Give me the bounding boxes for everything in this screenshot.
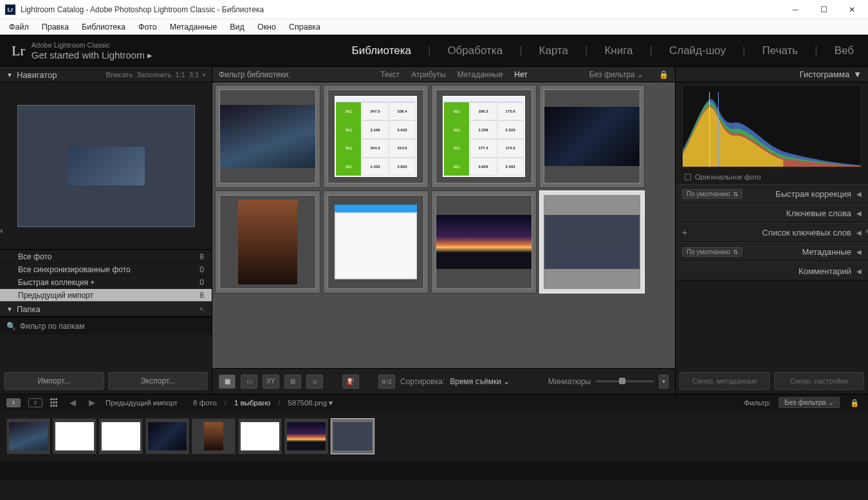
import-button[interactable]: Импорт... — [4, 372, 104, 390]
catalog-quick-collection[interactable]: Быстрая коллекция +0 — [0, 275, 212, 288]
menu-view[interactable]: Вид — [225, 21, 250, 33]
grid-cell[interactable]: SEQ347.5336.4SEQ3.1692.633SEQ344.3314.6S… — [323, 85, 429, 188]
folders-add-icon[interactable]: +. — [199, 305, 205, 313]
folder-filter[interactable]: 🔍 Фильтр по папкам — [0, 317, 212, 335]
filmstrip-cell[interactable] — [53, 418, 97, 454]
filter-none[interactable]: Нет — [514, 70, 527, 79]
app-icon: Lr — [5, 5, 15, 15]
folders-header[interactable]: ▼ Папка +. — [0, 301, 212, 317]
nav-fill[interactable]: Заполнить — [136, 71, 171, 79]
left-collapse-handle[interactable]: ◂ — [0, 67, 4, 394]
grid-cell[interactable] — [215, 85, 320, 188]
module-web[interactable]: Веб — [832, 44, 856, 57]
tagline[interactable]: Get started with Lightroom ▸ — [32, 50, 152, 60]
next-arrow-icon[interactable]: ▶ — [86, 398, 98, 407]
menu-window[interactable]: Окно — [252, 21, 281, 33]
grid-cell[interactable] — [215, 190, 320, 293]
navigator-header[interactable]: ▼ Навигатор Вписать Заполнить 1:1 3:1 ▾ — [0, 67, 212, 82]
menu-file[interactable]: Файл — [4, 21, 34, 33]
thumb-size-slider[interactable] — [596, 380, 654, 382]
menu-metadata[interactable]: Метаданные — [165, 21, 223, 33]
filter-preset[interactable]: Без фильтра ⌄ — [589, 70, 643, 79]
catalog-synced[interactable]: Все синхронизированные фото0 — [0, 263, 212, 275]
folder-filter-input[interactable]: Фильтр по папкам — [20, 322, 205, 331]
sync-settings-button[interactable]: Синхр. настройки — [774, 372, 865, 390]
filter-metadata[interactable]: Метаданные — [457, 70, 503, 79]
nav-zoom-more[interactable]: ▾ — [203, 72, 205, 78]
toolbar-menu[interactable]: ▾ — [659, 375, 669, 389]
metadata-header[interactable]: По умолчанию ⇅ Метаданные◀ — [676, 242, 868, 261]
module-library[interactable]: Библиотека — [349, 44, 414, 57]
prev-arrow-icon[interactable]: ◀ — [67, 398, 78, 407]
sort-label: Сортировка: — [400, 377, 445, 386]
plus-icon[interactable]: + — [682, 227, 687, 237]
export-button[interactable]: Экспорт... — [108, 372, 208, 390]
maximize-button[interactable]: ☐ — [815, 3, 832, 16]
histogram[interactable] — [682, 85, 862, 167]
grid-cell[interactable]: SEQ180.3175.6SEQ2.2582.323SEQ177.4174.3S… — [431, 85, 537, 188]
menu-edit[interactable]: Правка — [37, 21, 74, 33]
main-screen-toggle[interactable]: 1 — [6, 398, 21, 407]
nav-1to1[interactable]: 1:1 — [175, 71, 185, 79]
filmstrip-source[interactable]: Предыдущий импорт — [106, 399, 178, 407]
quick-develop-header[interactable]: По умолчанию ⇅ Быстрая коррекция◀ — [676, 184, 868, 203]
view-loupe-icon[interactable]: ▭ — [241, 375, 257, 389]
module-map[interactable]: Карта — [537, 44, 571, 57]
view-people-icon[interactable]: ☺ — [306, 375, 323, 389]
filmstrip-cell-selected[interactable] — [331, 418, 374, 454]
module-print[interactable]: Печать — [760, 44, 801, 57]
filmstrip[interactable] — [0, 411, 868, 462]
sort-value[interactable]: Время съёмки ⌄ — [450, 377, 510, 386]
minimize-button[interactable]: ─ — [787, 3, 804, 16]
filmstrip-cell[interactable] — [238, 418, 282, 454]
sort-direction-icon[interactable]: a↕z — [378, 375, 395, 389]
original-photo-toggle[interactable]: Оригинальное фото — [676, 170, 868, 184]
lock-icon[interactable]: 🔒 — [659, 70, 669, 79]
grid-toolbar: ▦ ▭ XY ⊞ ☺ ⛽ a↕z Сортировка: Время съёмк… — [212, 368, 675, 394]
module-book[interactable]: Книга — [602, 44, 635, 57]
comments-header[interactable]: Комментарий◀ — [676, 261, 868, 281]
keyword-list-header[interactable]: + Список ключевых слов◀ — [676, 223, 868, 242]
right-collapse-handle[interactable]: ▸ — [864, 67, 868, 394]
filmstrip-cell[interactable] — [99, 418, 143, 454]
close-button[interactable]: ✕ — [844, 3, 860, 16]
module-develop[interactable]: Обработка — [445, 44, 505, 57]
filter-attributes[interactable]: Атрибуты — [411, 70, 445, 79]
filmstrip-cell[interactable] — [145, 418, 189, 454]
filmstrip-file[interactable]: 587508.png ▾ — [288, 398, 333, 407]
grid-cell[interactable] — [431, 190, 537, 293]
preset-default[interactable]: По умолчанию ⇅ — [682, 189, 743, 199]
menu-library[interactable]: Библиотека — [77, 21, 131, 33]
menu-help[interactable]: Справка — [284, 21, 326, 33]
filter-lock-icon[interactable]: 🔒 — [847, 398, 862, 407]
filmstrip-cell[interactable] — [192, 418, 235, 454]
catalog-all-photos[interactable]: Все фото8 — [0, 250, 212, 263]
catalog-previous-import[interactable]: Предыдущий импорт8 — [0, 288, 212, 301]
sync-metadata-button[interactable]: Синхр. метаданные — [679, 372, 770, 390]
right-panel: ▸ Гистограмма ▼ Оригинальное фото По умо… — [675, 67, 868, 394]
grid-icon[interactable] — [50, 398, 59, 407]
thumbnail-grid[interactable]: SEQ347.5336.4SEQ3.1692.633SEQ344.3314.6S… — [212, 82, 675, 368]
nav-fit[interactable]: Вписать — [106, 71, 133, 79]
view-compare-icon[interactable]: XY — [263, 375, 279, 389]
second-screen-toggle[interactable]: 2 — [28, 398, 42, 407]
nav-3to1[interactable]: 3:1 — [189, 71, 199, 79]
module-slideshow[interactable]: Слайд-шоу — [667, 44, 728, 57]
painter-icon[interactable]: ⛽ — [342, 375, 359, 389]
grid-cell[interactable] — [323, 190, 429, 293]
filmstrip-cell[interactable] — [6, 418, 50, 454]
grid-cell[interactable] — [539, 85, 645, 188]
menu-photo[interactable]: Фото — [133, 21, 162, 33]
keywords-header[interactable]: Ключевые слова◀ — [676, 203, 868, 223]
filmstrip-filter-select[interactable]: Без фильтра ⌄ — [779, 397, 840, 408]
metadata-default[interactable]: По умолчанию ⇅ — [682, 247, 743, 257]
view-grid-icon[interactable]: ▦ — [219, 375, 235, 389]
grid-cell-selected[interactable] — [539, 190, 645, 293]
view-survey-icon[interactable]: ⊞ — [284, 375, 301, 389]
bottom-bar — [0, 462, 868, 480]
checkbox-icon[interactable] — [685, 174, 691, 180]
filmstrip-cell[interactable] — [284, 418, 328, 454]
histogram-header[interactable]: Гистограмма ▼ — [676, 67, 868, 82]
filter-text[interactable]: Текст — [380, 70, 400, 79]
navigator-preview[interactable] — [0, 82, 212, 250]
